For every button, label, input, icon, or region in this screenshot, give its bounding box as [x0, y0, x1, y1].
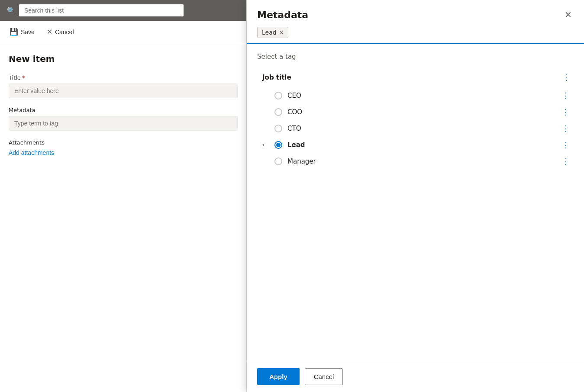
metadata-label: Metadata — [9, 107, 238, 113]
metadata-input[interactable] — [9, 116, 238, 131]
tag-label-coo: COO — [287, 108, 574, 116]
item-options-coo[interactable]: ⋮ — [558, 106, 574, 118]
selected-tag-chip: Lead ✕ — [257, 27, 288, 38]
attachments-label: Attachments — [9, 139, 238, 146]
search-icon: 🔍 — [7, 6, 16, 15]
left-panel: 🔍 💾 Save ✕ Cancel New item Title * Metad… — [0, 0, 247, 392]
section-title: Job title — [262, 74, 291, 81]
tag-label-ceo: CEO — [287, 92, 574, 100]
page-title: New item — [9, 54, 238, 64]
remove-tag-button[interactable]: ✕ — [279, 30, 284, 35]
save-label: Save — [21, 29, 35, 35]
radio-cto[interactable] — [274, 125, 282, 132]
save-icon: 💾 — [10, 28, 18, 36]
radio-manager[interactable] — [274, 157, 282, 165]
metadata-field-group: Metadata — [9, 107, 238, 131]
modal-body: Select a tag Job title ⋮ CEO ⋮ COO ⋮ CTO… — [247, 44, 584, 361]
save-button[interactable]: 💾 Save — [7, 26, 37, 38]
list-item[interactable]: Manager ⋮ — [257, 153, 574, 170]
form-area: New item Title * Metadata Attachments Ad… — [0, 43, 246, 176]
search-input[interactable] — [19, 4, 184, 16]
tag-bar: Lead ✕ — [247, 21, 584, 44]
cancel-label: Cancel — [55, 29, 74, 35]
tag-chip-label: Lead — [262, 29, 277, 36]
modal-title: Metadata — [257, 10, 308, 20]
required-indicator: * — [22, 74, 25, 81]
tag-label-manager: Manager — [287, 157, 574, 165]
cancel-button[interactable]: ✕ Cancel — [44, 26, 77, 38]
footer-cancel-button[interactable]: Cancel — [305, 368, 343, 385]
toolbar: 💾 Save ✕ Cancel — [0, 21, 246, 43]
radio-coo[interactable] — [274, 108, 282, 116]
cancel-icon: ✕ — [47, 28, 52, 36]
modal-close-button[interactable]: ✕ — [563, 9, 574, 21]
title-label: Title * — [9, 74, 238, 81]
list-item[interactable]: › Lead ⋮ — [257, 137, 574, 153]
tag-label-cto: CTO — [287, 125, 574, 132]
tag-label-lead: Lead — [287, 141, 574, 149]
attachments-field-group: Attachments Add attachments — [9, 139, 238, 157]
item-options-cto[interactable]: ⋮ — [558, 123, 574, 134]
list-item[interactable]: CTO ⋮ — [257, 120, 574, 137]
item-options-ceo[interactable]: ⋮ — [558, 90, 574, 101]
modal-header: Metadata ✕ — [247, 0, 584, 21]
list-item[interactable]: COO ⋮ — [257, 104, 574, 120]
add-attachments-button[interactable]: Add attachments — [9, 149, 54, 156]
item-options-lead[interactable]: ⋮ — [558, 139, 574, 151]
metadata-modal: Metadata ✕ Lead ✕ Select a tag Job title… — [247, 0, 584, 392]
title-field-group: Title * — [9, 74, 238, 98]
list-item[interactable]: CEO ⋮ — [257, 87, 574, 104]
modal-footer: Apply Cancel — [247, 361, 584, 392]
select-tag-prompt: Select a tag — [257, 53, 574, 61]
section-header: Job title ⋮ — [257, 67, 574, 87]
item-options-manager[interactable]: ⋮ — [558, 156, 574, 167]
section-options-button[interactable]: ⋮ — [560, 72, 574, 83]
radio-ceo[interactable] — [274, 92, 282, 100]
apply-button[interactable]: Apply — [257, 368, 300, 385]
radio-lead[interactable] — [274, 141, 282, 149]
search-bar: 🔍 — [0, 0, 246, 21]
title-input[interactable] — [9, 84, 238, 98]
expand-arrow-lead[interactable]: › — [262, 142, 269, 148]
